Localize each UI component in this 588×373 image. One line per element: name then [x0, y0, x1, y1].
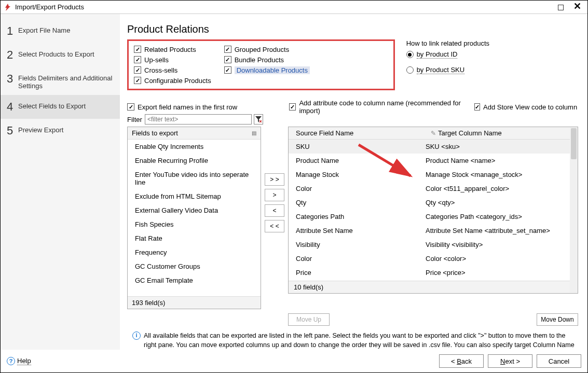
chk-crosssells[interactable]: Cross-sells	[134, 65, 222, 75]
list-item[interactable]: GC Customer Groups	[128, 259, 261, 273]
info-icon: i	[132, 331, 141, 340]
chk-add-attribute-code[interactable]: Add attribute code to column name (recom…	[289, 102, 474, 112]
checkbox-icon	[224, 66, 231, 74]
transfer-buttons: > > > < < <	[261, 127, 288, 309]
list-item[interactable]: Exclude from HTML Sitemap	[128, 189, 261, 203]
next-button[interactable]: Next >	[488, 354, 532, 368]
list-item[interactable]: Fish Species	[128, 217, 261, 231]
help-icon: ?	[7, 357, 15, 365]
cancel-button[interactable]: Cancel	[537, 354, 581, 368]
fields-count: 193 field(s)	[128, 296, 261, 309]
selected-list[interactable]: SKUSKU <sku> Product NameProduct Name <n…	[289, 140, 570, 281]
fields-list[interactable]: Enable Qty Increments Enable Recurring P…	[128, 140, 261, 296]
table-row[interactable]: VisibilityVisibility <visibility>	[289, 238, 570, 252]
add-all-button[interactable]: > >	[265, 173, 284, 186]
list-item[interactable]: Flat Rate	[128, 231, 261, 245]
table-row[interactable]: ColorColor <t511_apparel_color>	[289, 182, 570, 196]
link-method-group: How to link related products by Product …	[406, 39, 572, 77]
filter-input[interactable]	[145, 114, 252, 125]
chk-export-names[interactable]: Export field names in the first row	[127, 102, 289, 112]
table-row[interactable]: Categories PathCategories Path <category…	[289, 210, 570, 224]
info-text: i All available fields that can be expor…	[127, 331, 578, 350]
table-row[interactable]: QtyQty <qty>	[289, 196, 570, 210]
page-title: Product Relations	[127, 23, 578, 35]
chk-related-products[interactable]: Related Products	[134, 44, 222, 54]
list-item[interactable]: GC Email Template	[128, 273, 261, 287]
chk-upsells[interactable]: Up-sells	[134, 54, 222, 65]
chk-downloadable[interactable]: Downloadable Products	[224, 65, 312, 75]
selected-fields-pane: Source Field Name ✎Target Column Name SK…	[288, 127, 570, 294]
checkbox-icon	[134, 66, 141, 74]
checkbox-icon	[474, 103, 480, 110]
radio-icon	[406, 66, 414, 74]
list-item[interactable]: Enable Recurring Profile	[128, 154, 261, 168]
pencil-icon: ✎	[431, 130, 436, 137]
checkbox-icon	[289, 103, 296, 110]
list-item[interactable]: Enter YouTube video ids into seperate li…	[128, 168, 261, 189]
table-row[interactable]: Product NameProduct Name <name>	[289, 154, 570, 168]
step-select-products[interactable]: 2Select Products to Export	[1, 43, 120, 67]
chk-grouped[interactable]: Grouped Products	[224, 44, 312, 54]
checkbox-icon	[134, 56, 141, 63]
app-logo-icon	[4, 3, 12, 11]
chk-configurable[interactable]: Configurable Products	[134, 75, 222, 86]
list-item[interactable]: External Gallery Video Data	[128, 203, 261, 217]
table-row[interactable]: SKUSKU <sku>	[289, 140, 570, 154]
table-row[interactable]: ColorColor <color>	[289, 252, 570, 266]
window-title: Import/Export Products	[15, 3, 558, 11]
source-header[interactable]: Source Field Name	[289, 127, 426, 139]
close-button[interactable]: ✕	[570, 2, 584, 12]
wizard-footer: ? Help < Back Next > Cancel	[1, 350, 587, 372]
remove-button[interactable]: <	[265, 204, 284, 217]
table-row[interactable]: PricePrice <price>	[289, 266, 570, 280]
add-button[interactable]: >	[265, 189, 284, 201]
radio-by-sku[interactable]: by Product SKU	[406, 66, 572, 74]
main-content: Product Relations Related Products Up-se…	[120, 14, 587, 350]
step-select-fields[interactable]: 4Select Fields to Export	[1, 95, 120, 119]
filter-label: Filter	[127, 116, 143, 123]
scrollbar[interactable]	[570, 127, 578, 294]
list-item[interactable]: Enable Qty Increments	[128, 140, 261, 154]
radio-icon	[406, 51, 414, 58]
checkbox-icon	[224, 46, 231, 53]
move-up-button[interactable]: Move Up	[288, 313, 330, 326]
help-link[interactable]: ? Help	[7, 357, 31, 365]
title-bar: Import/Export Products ✕	[1, 1, 587, 14]
target-header[interactable]: ✎Target Column Name	[426, 127, 570, 139]
checkbox-icon	[134, 46, 141, 53]
scrollbar-thumb[interactable]	[571, 128, 577, 159]
radio-by-id[interactable]: by Product ID	[406, 50, 572, 59]
checkbox-icon	[224, 56, 231, 63]
table-row[interactable]: Attribute Set NameAttribute Set Name <at…	[289, 224, 570, 238]
checkbox-icon	[127, 103, 134, 110]
chk-bundle[interactable]: Bundle Products	[224, 54, 312, 65]
maximize-button[interactable]	[558, 5, 564, 10]
product-relations-group: Related Products Up-sells Cross-sells Co…	[127, 39, 395, 90]
step-preview[interactable]: 5Preview Export	[1, 119, 120, 143]
fields-header[interactable]: Fields to export▤	[128, 127, 261, 140]
chk-store-view-code[interactable]: Add Store View code to column nam	[474, 102, 578, 112]
selected-count: 10 field(s)	[289, 281, 570, 293]
back-button[interactable]: < Back	[439, 354, 484, 368]
filter-clear-button[interactable]	[254, 114, 263, 125]
fields-to-export-pane: Fields to export▤ Enable Qty Increments …	[127, 127, 261, 309]
link-method-heading: How to link related products	[406, 39, 572, 47]
sort-icon: ▤	[252, 130, 256, 136]
list-item[interactable]: Frequency	[128, 245, 261, 259]
remove-all-button[interactable]: < <	[265, 220, 284, 232]
step-export-file-name[interactable]: 1Export File Name	[1, 19, 120, 43]
wizard-sidebar: 1Export File Name 2Select Products to Ex…	[1, 14, 120, 350]
step-delimiters[interactable]: 3Fields Delimiters and Additional Settin…	[1, 67, 120, 95]
checkbox-icon	[134, 77, 141, 84]
table-row[interactable]: Manage StockManage Stock <manage_stock>	[289, 168, 570, 182]
move-down-button[interactable]: Move Down	[537, 313, 578, 326]
